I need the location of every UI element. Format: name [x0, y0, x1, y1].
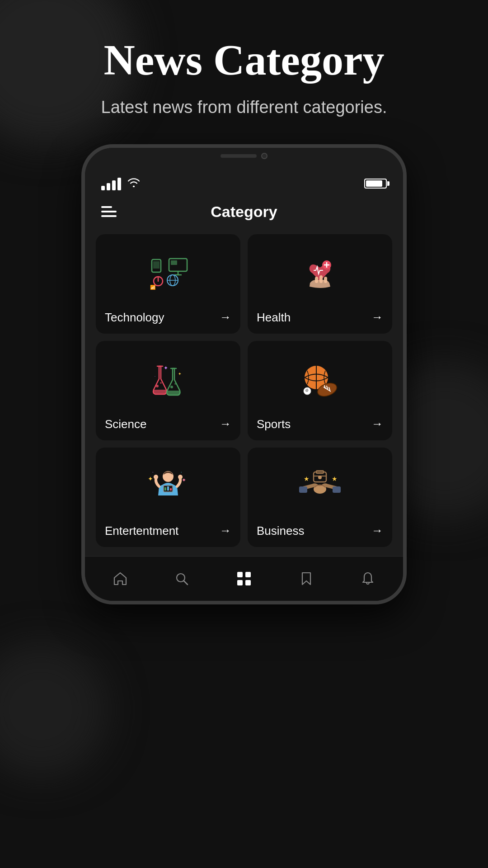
- svg-point-22: [174, 383, 176, 385]
- category-card-science[interactable]: ✦ ✦ · Science →: [96, 341, 240, 440]
- technology-arrow: →: [220, 311, 231, 324]
- signal-area: [101, 177, 141, 190]
- svg-rect-15: [319, 275, 323, 283]
- nav-item-category[interactable]: [226, 566, 262, 592]
- entertainment-label-row: Entertentment →: [105, 524, 231, 538]
- svg-rect-45: [167, 486, 169, 491]
- science-label: Science: [105, 417, 147, 431]
- categories-grid: 📶 Technology →: [85, 225, 403, 556]
- signal-bar-3: [112, 180, 116, 190]
- svg-point-18: [156, 385, 159, 387]
- app-header: Category: [85, 194, 403, 225]
- app-header-title: Category: [211, 203, 277, 221]
- signal-bars: [101, 178, 121, 190]
- health-icon-area: [257, 245, 383, 303]
- page-title: News Category: [103, 36, 384, 84]
- health-icon: [299, 255, 342, 293]
- svg-point-21: [170, 386, 173, 388]
- science-label-row: Science →: [105, 417, 231, 431]
- svg-text:✦: ✦: [148, 476, 153, 482]
- sports-label-row: Sports →: [257, 417, 383, 431]
- business-label-row: Business →: [257, 524, 383, 538]
- hamburger-line-2: [101, 211, 117, 212]
- science-arrow: →: [220, 417, 231, 431]
- technology-icon: 📶: [145, 255, 191, 293]
- category-card-technology[interactable]: 📶 Technology →: [96, 234, 240, 334]
- svg-rect-46: [170, 488, 172, 491]
- entertainment-icon: ✦ ✦ · ·: [145, 468, 191, 507]
- business-icon: ★ ★: [297, 468, 343, 507]
- health-label-row: Health →: [257, 311, 383, 325]
- hamburger-line-3: [101, 215, 117, 217]
- phone-mockup: Category: [81, 144, 407, 604]
- phone-notch-area: [85, 148, 403, 168]
- nav-item-home[interactable]: [103, 566, 137, 591]
- svg-text:★: ★: [332, 476, 338, 482]
- signal-bar-4: [117, 178, 121, 190]
- svg-text:📶: 📶: [150, 284, 156, 290]
- signal-bar-1: [101, 186, 105, 190]
- sports-label: Sports: [257, 417, 291, 431]
- category-nav-icon: [235, 570, 253, 587]
- notification-nav-icon: [360, 571, 375, 586]
- svg-text:·: ·: [181, 470, 182, 475]
- bookmark-nav-icon: [299, 571, 314, 586]
- health-label: Health: [257, 311, 291, 325]
- hamburger-line-1: [101, 206, 112, 208]
- svg-rect-48: [299, 486, 307, 493]
- science-icon-area: ✦ ✦ ·: [105, 352, 231, 410]
- nav-item-bookmark[interactable]: [290, 566, 323, 591]
- svg-text:★: ★: [304, 476, 310, 482]
- status-bar: [85, 168, 403, 194]
- technology-label-row: Technology →: [105, 311, 231, 325]
- home-nav-icon: [113, 571, 128, 586]
- notch-camera: [261, 153, 267, 159]
- bg-blob-3: [0, 642, 108, 778]
- signal-bar-2: [107, 183, 110, 190]
- svg-rect-14: [315, 277, 318, 283]
- svg-line-57: [184, 581, 188, 585]
- svg-rect-59: [245, 572, 251, 577]
- science-icon: ✦ ✦ ·: [145, 362, 191, 400]
- category-card-entertainment[interactable]: ✦ ✦ · · Entertentment →: [96, 448, 240, 547]
- bottom-nav: [85, 556, 403, 601]
- svg-rect-58: [237, 572, 243, 577]
- technology-label: Technology: [105, 311, 164, 325]
- svg-point-53: [318, 476, 322, 479]
- sports-icon-area: [257, 352, 383, 410]
- svg-rect-44: [164, 487, 166, 491]
- category-card-health[interactable]: Health →: [248, 234, 392, 334]
- svg-rect-3: [171, 260, 177, 265]
- battery-fill: [366, 180, 382, 187]
- hamburger-menu-icon[interactable]: [101, 206, 117, 217]
- nav-item-notification[interactable]: [351, 566, 385, 591]
- sports-icon: [297, 362, 343, 400]
- svg-text:✦: ✦: [182, 477, 186, 483]
- svg-text:✦: ✦: [164, 365, 168, 371]
- svg-rect-49: [333, 486, 341, 493]
- svg-text:✦: ✦: [178, 372, 182, 376]
- entertainment-label: Entertentment: [105, 524, 178, 538]
- technology-icon-area: 📶: [105, 245, 231, 303]
- svg-rect-5: [153, 261, 160, 269]
- svg-rect-60: [237, 580, 243, 585]
- sports-arrow: →: [371, 417, 383, 431]
- entertainment-icon-area: ✦ ✦ · ·: [105, 458, 231, 517]
- svg-rect-61: [245, 580, 251, 585]
- category-card-business[interactable]: ★ ★ Business →: [248, 448, 392, 547]
- svg-text:·: ·: [155, 374, 155, 378]
- wifi-icon: [127, 177, 141, 190]
- page-subtitle: Latest news from different categories.: [101, 98, 387, 117]
- battery-icon: [364, 179, 387, 189]
- entertainment-arrow: →: [220, 524, 231, 538]
- notch-speaker: [221, 154, 257, 158]
- business-label: Business: [257, 524, 305, 538]
- business-arrow: →: [371, 524, 383, 538]
- nav-item-search[interactable]: [165, 566, 198, 591]
- svg-text:·: ·: [152, 470, 154, 475]
- business-icon-area: ★ ★: [257, 458, 383, 517]
- phone-notch: [203, 148, 285, 164]
- svg-point-37: [154, 475, 158, 479]
- search-nav-icon: [174, 571, 189, 586]
- category-card-sports[interactable]: Sports →: [248, 341, 392, 440]
